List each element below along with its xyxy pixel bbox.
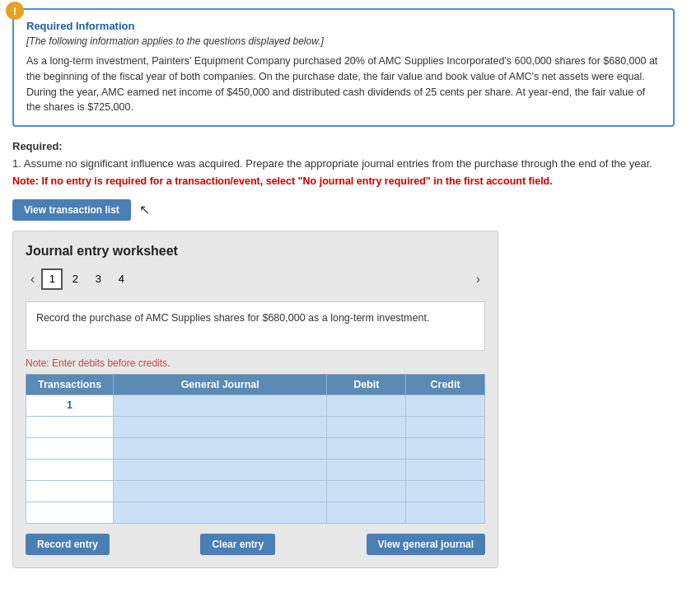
credit-input[interactable] (409, 485, 481, 497)
journal-cell[interactable] (114, 502, 327, 523)
col-general-journal: General Journal (114, 374, 327, 394)
view-transaction-button[interactable]: View transaction list (12, 199, 131, 221)
prev-page-button[interactable]: ‹ (26, 270, 40, 288)
description-box: Record the purchase of AMC Supplies shar… (26, 301, 485, 351)
worksheet-container: Journal entry worksheet ‹ 1 2 3 4 › Reco… (12, 231, 498, 568)
transaction-cell (26, 437, 114, 459)
credit-cell[interactable] (406, 394, 485, 416)
debit-input[interactable] (330, 399, 402, 411)
credit-cell[interactable] (406, 459, 485, 480)
table-row (26, 480, 485, 502)
page-2-button[interactable]: 2 (64, 268, 86, 290)
required-text: 1. Assume no significant influence was a… (12, 156, 675, 173)
next-page-button[interactable]: › (471, 270, 485, 288)
journal-cell[interactable] (114, 394, 327, 416)
info-box-subtitle: [The following information applies to th… (26, 35, 661, 47)
debit-cell[interactable] (327, 459, 406, 480)
debit-input[interactable] (330, 421, 402, 432)
journal-input[interactable] (117, 399, 323, 411)
info-box-title: Required Information (26, 20, 661, 32)
debit-credit-note: Note: Enter debits before credits. (26, 357, 485, 369)
debit-cell[interactable] (327, 502, 406, 523)
cursor-icon: ↖ (139, 202, 150, 217)
journal-cell[interactable] (114, 416, 327, 437)
warning-icon: ! (6, 2, 24, 20)
journal-input[interactable] (117, 485, 323, 497)
debit-cell[interactable] (327, 416, 406, 437)
transaction-cell (26, 416, 114, 437)
pagination: ‹ 1 2 3 4 › (26, 268, 485, 290)
journal-input[interactable] (117, 506, 323, 518)
view-general-journal-button[interactable]: View general journal (367, 534, 485, 555)
col-credit: Credit (406, 374, 485, 394)
transaction-cell (26, 459, 114, 480)
table-row (26, 459, 485, 480)
credit-cell[interactable] (406, 416, 485, 437)
page-1-button[interactable]: 1 (41, 268, 63, 290)
table-row: 1 (26, 394, 485, 416)
credit-cell[interactable] (406, 502, 485, 523)
credit-input[interactable] (409, 399, 481, 411)
table-row (26, 416, 485, 437)
clear-entry-button[interactable]: Clear entry (200, 534, 275, 555)
journal-cell[interactable] (114, 480, 327, 502)
info-box: ! Required Information [The following in… (12, 8, 675, 127)
col-transactions: Transactions (26, 374, 114, 394)
credit-input[interactable] (409, 442, 481, 454)
required-note: Note: If no entry is required for a tran… (12, 173, 675, 189)
transaction-cell (26, 480, 114, 502)
required-section: Required: 1. Assume no significant influ… (12, 138, 675, 189)
worksheet-buttons: Record entry Clear entry View general jo… (26, 534, 485, 555)
credit-input[interactable] (409, 421, 481, 432)
table-row (26, 502, 485, 523)
debit-input[interactable] (330, 506, 402, 518)
journal-cell[interactable] (114, 459, 327, 480)
credit-cell[interactable] (406, 480, 485, 502)
journal-table: Transactions General Journal Debit Credi… (26, 374, 485, 524)
view-transaction-row: View transaction list ↖ (12, 199, 675, 221)
debit-cell[interactable] (327, 394, 406, 416)
transaction-cell (26, 502, 114, 523)
info-box-body: As a long-term investment, Painters' Equ… (26, 54, 661, 115)
page-4-button[interactable]: 4 (110, 268, 132, 290)
required-label: Required: (12, 138, 675, 156)
record-entry-button[interactable]: Record entry (26, 534, 110, 555)
col-debit: Debit (327, 374, 406, 394)
transaction-cell: 1 (26, 394, 114, 416)
journal-input[interactable] (117, 421, 323, 432)
debit-input[interactable] (330, 442, 402, 454)
debit-cell[interactable] (327, 480, 406, 502)
table-row (26, 437, 485, 459)
debit-input[interactable] (330, 464, 402, 475)
journal-cell[interactable] (114, 437, 327, 459)
credit-cell[interactable] (406, 437, 485, 459)
credit-input[interactable] (409, 506, 481, 518)
journal-input[interactable] (117, 464, 323, 475)
journal-input[interactable] (117, 442, 323, 454)
worksheet-title: Journal entry worksheet (26, 244, 485, 259)
credit-input[interactable] (409, 464, 481, 475)
debit-input[interactable] (330, 485, 402, 497)
page-3-button[interactable]: 3 (87, 268, 109, 290)
debit-cell[interactable] (327, 437, 406, 459)
